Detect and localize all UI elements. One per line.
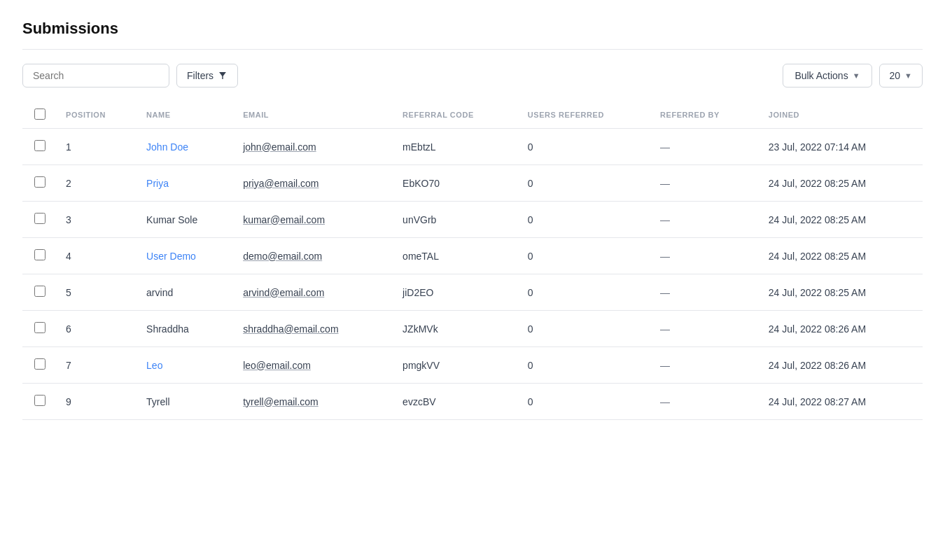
row-referral-code: EbKO70: [394, 165, 519, 202]
row-email[interactable]: kumar@email.com: [234, 202, 394, 238]
row-users-referred: 0: [519, 129, 652, 165]
row-checkbox-cell: [22, 202, 57, 238]
row-joined: 24 Jul, 2022 08:25 AM: [760, 274, 923, 311]
row-position: 7: [57, 347, 138, 384]
row-position: 2: [57, 165, 138, 202]
row-users-referred: 0: [519, 347, 652, 384]
row-referral-code: unVGrb: [394, 202, 519, 238]
row-users-referred: 0: [519, 274, 652, 311]
row-position: 3: [57, 202, 138, 238]
row-position: 5: [57, 274, 138, 311]
table-row: 1John Doejohn@email.commEbtzL0—23 Jul, 2…: [22, 129, 923, 165]
svg-marker-0: [219, 72, 226, 79]
per-page-button[interactable]: 20 ▼: [879, 64, 923, 88]
row-position: 4: [57, 238, 138, 274]
table-row: 5arvindarvind@email.comjiD2EO0—24 Jul, 2…: [22, 274, 923, 311]
row-name: Tyrell: [138, 384, 234, 420]
row-joined: 24 Jul, 2022 08:27 AM: [760, 384, 923, 420]
row-checkbox[interactable]: [34, 140, 46, 151]
table-row: 3Kumar Solekumar@email.comunVGrb0—24 Jul…: [22, 202, 923, 238]
row-email[interactable]: priya@email.com: [234, 165, 394, 202]
row-referred-by: —: [652, 347, 760, 384]
row-email[interactable]: leo@email.com: [234, 347, 394, 384]
table-header: POSITION NAME EMAIL REFERRAL CODE USERS …: [22, 102, 923, 129]
bulk-actions-button[interactable]: Bulk Actions ▼: [783, 64, 872, 88]
row-referral-code: jiD2EO: [394, 274, 519, 311]
row-name[interactable]: User Demo: [138, 238, 234, 274]
table-row: 4User Demodemo@email.comomeTAL0—24 Jul, …: [22, 238, 923, 274]
row-referral-code: pmgkVV: [394, 347, 519, 384]
row-name[interactable]: Priya: [138, 165, 234, 202]
row-joined: 24 Jul, 2022 08:26 AM: [760, 347, 923, 384]
search-input[interactable]: [22, 64, 169, 88]
row-joined: 24 Jul, 2022 08:25 AM: [760, 202, 923, 238]
row-email[interactable]: arvind@email.com: [234, 274, 394, 311]
row-checkbox-cell: [22, 384, 57, 420]
row-referred-by: —: [652, 238, 760, 274]
row-email[interactable]: john@email.com: [234, 129, 394, 165]
row-checkbox-cell: [22, 347, 57, 384]
row-users-referred: 0: [519, 384, 652, 420]
row-joined: 24 Jul, 2022 08:26 AM: [760, 311, 923, 347]
chevron-down-icon: ▼: [853, 71, 860, 80]
row-checkbox[interactable]: [34, 176, 46, 188]
row-referral-code: mEbtzL: [394, 129, 519, 165]
row-checkbox[interactable]: [34, 358, 46, 370]
col-users-referred: USERS REFERRED: [519, 102, 652, 129]
row-users-referred: 0: [519, 311, 652, 347]
row-referred-by: —: [652, 165, 760, 202]
filter-icon: [218, 71, 227, 80]
row-referral-code: omeTAL: [394, 238, 519, 274]
row-checkbox-cell: [22, 165, 57, 202]
row-name: arvind: [138, 274, 234, 311]
filters-button[interactable]: Filters: [176, 64, 238, 88]
toolbar: Filters Bulk Actions ▼ 20 ▼: [22, 64, 923, 88]
row-users-referred: 0: [519, 165, 652, 202]
row-checkbox-cell: [22, 274, 57, 311]
select-all-header: [22, 102, 57, 129]
row-checkbox-cell: [22, 238, 57, 274]
col-email: EMAIL: [234, 102, 394, 129]
row-joined: 24 Jul, 2022 08:25 AM: [760, 165, 923, 202]
row-referral-code: evzcBV: [394, 384, 519, 420]
row-joined: 24 Jul, 2022 08:25 AM: [760, 238, 923, 274]
row-position: 9: [57, 384, 138, 420]
row-email[interactable]: tyrell@email.com: [234, 384, 394, 420]
col-name: NAME: [138, 102, 234, 129]
row-checkbox[interactable]: [34, 213, 46, 224]
table-row: 2Priyapriya@email.comEbKO700—24 Jul, 202…: [22, 165, 923, 202]
per-page-value: 20: [890, 70, 901, 81]
col-position: POSITION: [57, 102, 138, 129]
row-checkbox[interactable]: [34, 322, 46, 333]
row-joined: 23 Jul, 2022 07:14 AM: [760, 129, 923, 165]
select-all-checkbox[interactable]: [34, 108, 46, 120]
row-referred-by: —: [652, 384, 760, 420]
row-referral-code: JZkMVk: [394, 311, 519, 347]
row-checkbox[interactable]: [34, 249, 46, 260]
table-row: 9Tyrelltyrell@email.comevzcBV0—24 Jul, 2…: [22, 384, 923, 420]
page-title: Submissions: [22, 20, 923, 50]
row-users-referred: 0: [519, 238, 652, 274]
row-name: Kumar Sole: [138, 202, 234, 238]
row-name[interactable]: John Doe: [138, 129, 234, 165]
bulk-actions-label: Bulk Actions: [794, 70, 848, 81]
submissions-table: POSITION NAME EMAIL REFERRAL CODE USERS …: [22, 102, 923, 420]
row-email[interactable]: demo@email.com: [234, 238, 394, 274]
col-joined: JOINED: [760, 102, 923, 129]
row-position: 6: [57, 311, 138, 347]
row-checkbox-cell: [22, 311, 57, 347]
row-email[interactable]: shraddha@email.com: [234, 311, 394, 347]
col-referred-by: REFERRED BY: [652, 102, 760, 129]
col-referral-code: REFERRAL CODE: [394, 102, 519, 129]
row-referred-by: —: [652, 274, 760, 311]
row-checkbox[interactable]: [34, 395, 46, 406]
row-referred-by: —: [652, 311, 760, 347]
row-name: Shraddha: [138, 311, 234, 347]
row-position: 1: [57, 129, 138, 165]
row-name[interactable]: Leo: [138, 347, 234, 384]
row-checkbox[interactable]: [34, 286, 46, 297]
table-row: 6Shraddhashraddha@email.comJZkMVk0—24 Ju…: [22, 311, 923, 347]
table-body: 1John Doejohn@email.commEbtzL0—23 Jul, 2…: [22, 129, 923, 420]
row-checkbox-cell: [22, 129, 57, 165]
chevron-down-icon: ▼: [904, 71, 912, 80]
